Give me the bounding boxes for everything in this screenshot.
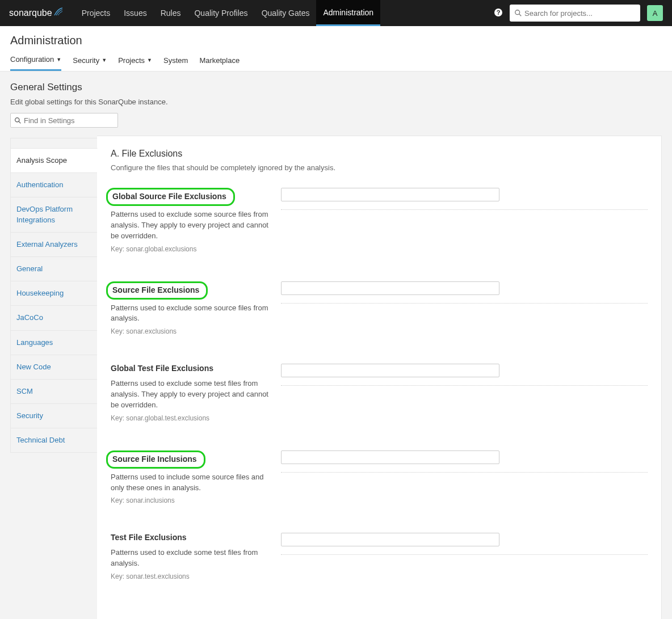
sidebar-item-new-code[interactable]: New Code [10, 355, 98, 379]
setting-test-exclusions: Test File Exclusions Patterns used to ex… [111, 533, 648, 580]
setting-label: Global Source File Exclusions [112, 192, 226, 201]
logo-text: sonarqube [9, 8, 52, 18]
highlight-annotation: Global Source File Exclusions [106, 188, 235, 206]
sidebar-item-housekeeping[interactable]: Housekeeping [10, 281, 98, 305]
search-icon [514, 9, 522, 17]
sub-tabs: Configuration▼ Security▼ Projects▼ Syste… [10, 55, 662, 71]
setting-label: Test File Exclusions [111, 533, 187, 542]
global-search-input[interactable] [524, 9, 636, 18]
setting-help: Patterns used to exclude some source fil… [111, 209, 270, 242]
setting-label: Global Test File Exclusions [111, 364, 213, 373]
setting-key: Key: sonar.exclusions [111, 327, 270, 335]
setting-help: Patterns used to include some source fil… [111, 472, 270, 494]
svg-point-2 [515, 10, 520, 15]
chevron-down-icon: ▼ [147, 57, 152, 63]
setting-label: Source File Inclusions [112, 454, 197, 464]
setting-key: Key: sonar.test.exclusions [111, 572, 270, 580]
setting-key: Key: sonar.global.test.exclusions [111, 414, 270, 422]
chevron-down-icon: ▼ [56, 57, 61, 62]
settings-desc: Edit global settings for this SonarQube … [10, 98, 662, 106]
setting-input[interactable] [281, 533, 499, 546]
section-desc: Configure the files that should be compl… [111, 163, 648, 172]
tab-projects[interactable]: Projects▼ [118, 55, 152, 71]
nav-issues[interactable]: Issues [117, 0, 153, 26]
sidebar-item-scm[interactable]: SCM [10, 379, 98, 403]
logo-waves-icon [53, 7, 64, 19]
settings-title: General Settings [10, 82, 662, 93]
setting-key: Key: sonar.inclusions [111, 496, 270, 504]
setting-source-inclusions: Source File Inclusions Patterns used to … [111, 450, 648, 505]
setting-global-source-exclusions: Global Source File Exclusions Patterns u… [111, 188, 648, 253]
main-panel: A. File Exclusions Configure the files t… [97, 136, 662, 619]
avatar[interactable]: A [647, 5, 663, 21]
page-title: Administration [10, 34, 662, 47]
sidebar-item-jacoco[interactable]: JaCoCo [10, 305, 98, 330]
setting-input[interactable] [281, 364, 499, 377]
setting-help: Patterns used to exclude some source fil… [111, 303, 270, 325]
nav-right: ? A [494, 5, 663, 22]
search-icon [14, 117, 22, 124]
sidebar-item-languages[interactable]: Languages [10, 330, 98, 355]
svg-point-4 [15, 117, 19, 121]
page-header: Administration Configuration▼ Security▼ … [0, 26, 672, 71]
setting-input[interactable] [281, 450, 499, 464]
nav-rules[interactable]: Rules [154, 0, 188, 26]
tab-configuration[interactable]: Configuration▼ [10, 55, 61, 71]
svg-line-3 [519, 14, 522, 16]
nav-quality-profiles[interactable]: Quality Profiles [187, 0, 254, 26]
sidebar-item-authentication[interactable]: Authentication [10, 172, 98, 197]
setting-help: Patterns used to exclude some test files… [111, 378, 270, 411]
tab-marketplace[interactable]: Marketplace [199, 55, 240, 71]
section-title: A. File Exclusions [111, 149, 648, 159]
tab-security[interactable]: Security▼ [73, 55, 107, 71]
settings-header: General Settings Edit global settings fo… [0, 71, 672, 136]
setting-global-test-exclusions: Global Test File Exclusions Patterns use… [111, 364, 648, 422]
setting-input[interactable] [281, 188, 499, 201]
highlight-annotation: Source File Exclusions [106, 281, 208, 300]
logo[interactable]: sonarqube [9, 7, 64, 19]
top-nav: sonarqube Projects Issues Rules Quality … [0, 0, 672, 26]
chevron-down-icon: ▼ [102, 57, 107, 63]
setting-source-exclusions: Source File Exclusions Patterns used to … [111, 281, 648, 336]
help-icon[interactable]: ? [494, 8, 503, 19]
setting-help: Patterns used to exclude some test files… [111, 548, 270, 569]
nav-links: Projects Issues Rules Quality Profiles Q… [75, 0, 381, 26]
setting-key: Key: sonar.global.exclusions [111, 245, 270, 253]
sidebar-item-security[interactable]: Security [10, 403, 98, 428]
global-search[interactable] [510, 5, 640, 22]
highlight-annotation: Source File Inclusions [106, 450, 205, 469]
svg-line-5 [19, 121, 20, 123]
nav-administration[interactable]: Administration [316, 0, 380, 26]
sidebar-item-external-analyzers[interactable]: External Analyzers [10, 232, 98, 256]
sidebar-item-analysis-scope[interactable]: Analysis Scope [10, 148, 98, 172]
tab-system[interactable]: System [163, 55, 188, 71]
settings-sidebar: Analysis Scope Authentication DevOps Pla… [10, 138, 98, 453]
sidebar-item-devops[interactable]: DevOps Platform Integrations [10, 197, 98, 231]
content: Analysis Scope Authentication DevOps Pla… [0, 136, 672, 619]
find-settings[interactable] [10, 113, 118, 128]
setting-input[interactable] [281, 281, 499, 295]
sidebar-item-technical-debt[interactable]: Technical Debt [10, 428, 98, 453]
setting-label: Source File Exclusions [112, 285, 199, 294]
svg-text:?: ? [497, 9, 501, 16]
nav-projects[interactable]: Projects [75, 0, 117, 26]
sidebar-item-general[interactable]: General [10, 256, 98, 281]
nav-quality-gates[interactable]: Quality Gates [255, 0, 317, 26]
sidebar-spacer [10, 138, 98, 148]
find-settings-input[interactable] [24, 116, 114, 125]
